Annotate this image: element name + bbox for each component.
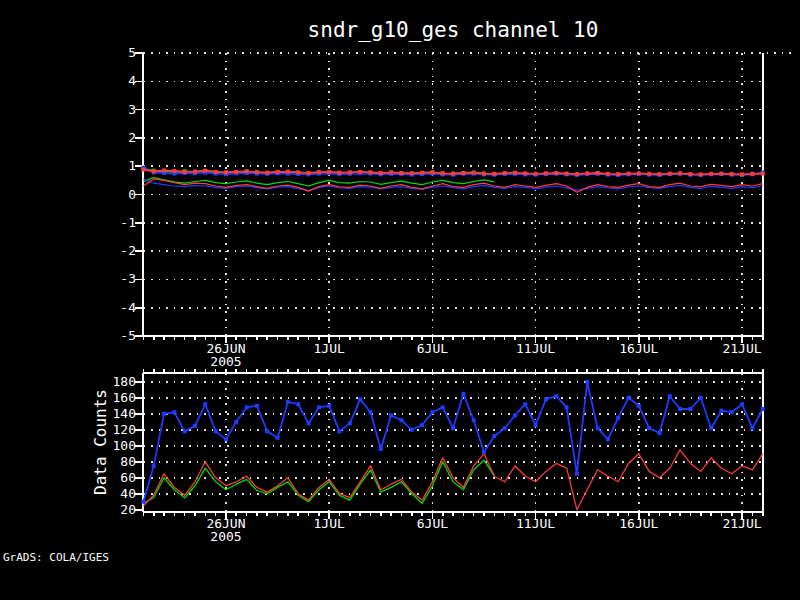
marker-blue-counts: [740, 402, 744, 406]
marker-red-mean: [286, 170, 290, 174]
marker-red-mean: [565, 172, 569, 176]
x-tick-label: 16JUL: [607, 517, 671, 531]
marker-blue-counts: [678, 407, 682, 411]
marker-blue-counts: [203, 402, 207, 406]
marker-red-mean: [141, 168, 145, 172]
y-tick-label: 4: [98, 74, 136, 88]
x-tick-label: 1JUL: [297, 342, 361, 356]
y-tick-label: -1: [98, 216, 136, 230]
marker-red-mean: [616, 172, 620, 176]
marker-red-mean: [492, 172, 496, 176]
marker-red-mean: [451, 172, 455, 176]
x-tick-label: 16JUL: [607, 342, 671, 356]
marker-red-mean: [152, 169, 156, 173]
marker-blue-counts: [565, 405, 569, 409]
x-tick-label: 1JUL: [297, 517, 361, 531]
y-tick-label: -4: [98, 301, 136, 315]
marker-blue-counts: [327, 404, 331, 408]
marker-red-mean: [575, 172, 579, 176]
marker-red-mean: [317, 170, 321, 174]
series-red-counts: [143, 450, 762, 510]
marker-blue-counts: [627, 396, 631, 400]
marker-blue-counts: [699, 396, 703, 400]
marker-red-mean: [709, 172, 713, 176]
y-tick-label: 60: [98, 471, 136, 485]
y-tick-label: 160: [98, 391, 136, 405]
marker-red-mean: [482, 172, 486, 176]
marker-red-mean: [203, 169, 207, 173]
y-tick-label: 0: [98, 188, 136, 202]
x-tick-label: 6JUL: [400, 517, 464, 531]
marker-red-mean: [740, 172, 744, 176]
marker-red-mean: [730, 172, 734, 176]
marker-red-mean: [276, 170, 280, 174]
y-tick-label: 2: [98, 131, 136, 145]
marker-red-mean: [358, 170, 362, 174]
marker-red-mean: [379, 171, 383, 175]
marker-red-mean: [420, 171, 424, 175]
marker-red-mean: [544, 171, 548, 175]
grads-watermark: GrADS: COLA/IGES: [3, 551, 109, 564]
marker-blue-counts: [399, 418, 403, 422]
marker-blue-counts: [152, 464, 156, 468]
marker-blue-counts: [668, 394, 672, 398]
marker-blue-counts: [255, 404, 259, 408]
marker-blue-counts: [286, 400, 290, 404]
marker-blue-counts: [719, 409, 723, 413]
year-label: 2005: [194, 355, 258, 369]
marker-red-mean: [296, 170, 300, 174]
marker-red-mean: [430, 170, 434, 174]
marker-blue-counts: [750, 426, 754, 430]
marker-red-mean: [658, 172, 662, 176]
x-tick-label: 21JUL: [710, 342, 774, 356]
year-label: 2005: [194, 530, 258, 544]
marker-blue-counts: [358, 397, 362, 401]
marker-blue-counts: [688, 407, 692, 411]
y-tick-label: 5: [98, 46, 136, 60]
marker-blue-counts: [534, 423, 538, 427]
marker-blue-counts: [492, 434, 496, 438]
marker-blue-counts: [709, 426, 713, 430]
series-green-counts: [143, 460, 494, 503]
marker-red-mean: [214, 170, 218, 174]
marker-red-mean: [534, 172, 538, 176]
marker-blue-counts: [389, 413, 393, 417]
marker-red-mean: [410, 171, 414, 175]
marker-red-mean: [327, 170, 331, 174]
marker-blue-counts: [379, 447, 383, 451]
marker-red-mean: [719, 172, 723, 176]
marker-blue-counts: [172, 410, 176, 414]
marker-red-mean: [699, 172, 703, 176]
y-tick-label: 20: [98, 503, 136, 517]
y-tick-label: 80: [98, 455, 136, 469]
marker-red-mean: [606, 172, 610, 176]
marker-blue-counts: [647, 426, 651, 430]
marker-blue-counts: [348, 421, 352, 425]
marker-red-mean: [245, 169, 249, 173]
x-tick-label: 21JUL: [710, 517, 774, 531]
marker-blue-counts: [730, 410, 734, 414]
y-tick-label: -5: [98, 329, 136, 343]
marker-blue-counts: [430, 410, 434, 414]
series-red-lower: [143, 179, 762, 192]
marker-blue-counts: [616, 416, 620, 420]
marker-red-mean: [637, 171, 641, 175]
marker-red-mean: [472, 171, 476, 175]
marker-blue-counts: [183, 429, 187, 433]
marker-blue-counts: [585, 380, 589, 384]
marker-red-mean: [389, 170, 393, 174]
x-tick-label: 11JUL: [504, 342, 568, 356]
marker-blue-counts: [410, 428, 414, 432]
marker-blue-counts: [523, 402, 527, 406]
marker-red-mean: [172, 169, 176, 173]
marker-blue-counts: [637, 404, 641, 408]
marker-blue-counts: [193, 424, 197, 428]
marker-red-mean: [596, 171, 600, 175]
marker-red-mean: [255, 170, 259, 174]
y-tick-label: 40: [98, 487, 136, 501]
marker-blue-counts: [606, 437, 610, 441]
marker-red-mean: [554, 171, 558, 175]
y-tick-label: 180: [98, 375, 136, 389]
marker-blue-counts: [162, 412, 166, 416]
marker-red-mean: [265, 171, 269, 175]
